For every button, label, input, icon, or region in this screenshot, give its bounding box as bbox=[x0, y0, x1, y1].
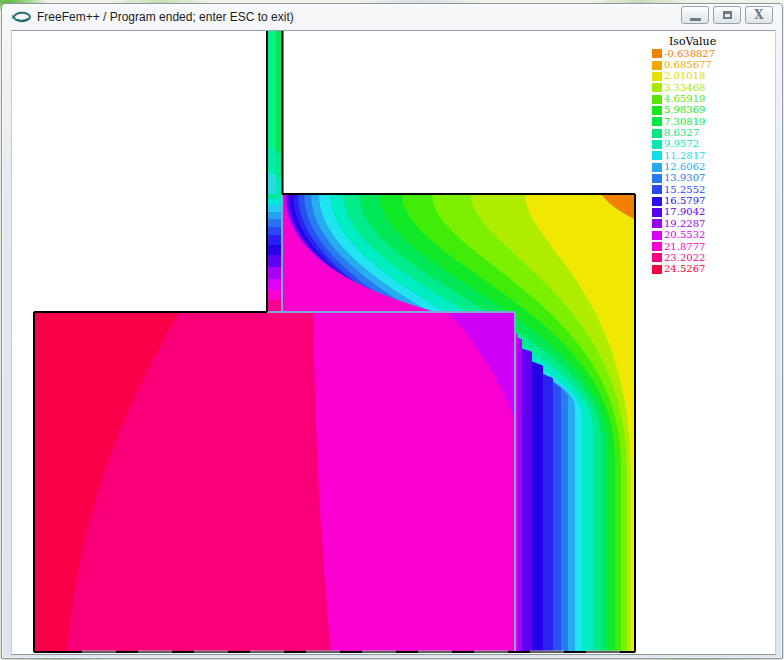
legend-entry: 20.5532 bbox=[652, 230, 770, 241]
window-title: FreeFem++ / Program ended; enter ESC to … bbox=[37, 10, 294, 24]
channel-left bbox=[267, 31, 276, 194]
desktop: { "window": { "title": "FreeFem++ / Prog… bbox=[0, 0, 784, 660]
freefem-window: FreeFem++ / Program ended; enter ESC to … bbox=[1, 3, 783, 659]
close-button[interactable]: X bbox=[745, 6, 773, 24]
legend-value: 15.2552 bbox=[664, 185, 705, 195]
legend-swatch bbox=[652, 174, 662, 183]
legend-entry: 8.6327 bbox=[652, 127, 770, 138]
channel-lower bbox=[267, 194, 283, 312]
legend-value: 19.2287 bbox=[664, 219, 705, 229]
legend-value: 4.65919 bbox=[664, 94, 705, 104]
render-artifact bbox=[82, 650, 642, 653]
legend-swatch bbox=[652, 72, 662, 81]
isovalue-legend: IsoValue -0.6388270.6856772.010183.33468… bbox=[652, 36, 770, 275]
legend-entry: 16.5797 bbox=[652, 195, 770, 206]
legend-value: 23.2022 bbox=[664, 253, 705, 263]
legend-value: 16.5797 bbox=[664, 196, 705, 206]
legend-value: 13.9307 bbox=[664, 173, 705, 183]
legend-value: 5.98369 bbox=[664, 105, 705, 115]
legend-entry: 4.65919 bbox=[652, 93, 770, 104]
legend-entry: 12.6062 bbox=[652, 161, 770, 172]
legend-entry: 2.01018 bbox=[652, 71, 770, 82]
legend-entry: 3.33468 bbox=[652, 82, 770, 93]
legend-entry: 21.8777 bbox=[652, 241, 770, 252]
legend-entry: 17.9042 bbox=[652, 207, 770, 218]
legend-value: 17.9042 bbox=[664, 207, 705, 217]
legend-swatch bbox=[652, 197, 662, 206]
legend-value: 24.5267 bbox=[664, 264, 705, 274]
legend-swatch bbox=[652, 49, 662, 58]
legend-value: -0.638827 bbox=[664, 49, 715, 59]
legend-swatch bbox=[652, 185, 662, 194]
legend-value: 11.2817 bbox=[664, 151, 705, 161]
legend-value: 20.5532 bbox=[664, 230, 705, 240]
maximize-icon bbox=[723, 11, 732, 19]
window-controls: X bbox=[681, 6, 773, 24]
legend-swatch bbox=[652, 242, 662, 251]
legend-swatch bbox=[652, 151, 662, 160]
legend-entry: 13.9307 bbox=[652, 173, 770, 184]
legend-entry: 11.2817 bbox=[652, 150, 770, 161]
legend-swatch bbox=[652, 163, 662, 172]
legend-swatch bbox=[652, 253, 662, 262]
legend-entry: 23.2022 bbox=[652, 252, 770, 263]
legend-value: 7.30819 bbox=[664, 117, 705, 127]
legend-value: 12.6062 bbox=[664, 162, 705, 172]
legend-entry: 15.2552 bbox=[652, 184, 770, 195]
legend-value: 0.685677 bbox=[664, 60, 712, 70]
plot-client-area[interactable]: IsoValue -0.6388270.6856772.010183.33468… bbox=[11, 30, 776, 655]
legend-swatch bbox=[652, 140, 662, 149]
legend-entry: 19.2287 bbox=[652, 218, 770, 229]
legend-value: 9.9572 bbox=[664, 139, 699, 149]
legend-swatch bbox=[652, 61, 662, 70]
legend-swatch bbox=[652, 106, 662, 115]
minimize-icon bbox=[690, 18, 701, 21]
legend-swatch bbox=[652, 95, 662, 104]
freefem-fish-icon bbox=[11, 10, 31, 24]
legend-value: 21.8777 bbox=[664, 242, 705, 252]
legend-value: 8.6327 bbox=[664, 128, 699, 138]
minimize-button[interactable] bbox=[681, 6, 709, 24]
legend-swatch bbox=[652, 219, 662, 228]
legend-swatch bbox=[652, 129, 662, 138]
legend-entry: 24.5267 bbox=[652, 264, 770, 275]
close-icon: X bbox=[754, 9, 763, 21]
legend-entry: 5.98369 bbox=[652, 105, 770, 116]
legend-entry: 9.9572 bbox=[652, 139, 770, 150]
legend-entry: 0.685677 bbox=[652, 59, 770, 70]
title-bar[interactable]: FreeFem++ / Program ended; enter ESC to … bbox=[2, 4, 782, 29]
legend-title: IsoValue bbox=[669, 36, 770, 47]
legend-swatch bbox=[652, 83, 662, 92]
legend-swatch bbox=[652, 117, 662, 126]
legend-value: 3.33468 bbox=[664, 83, 705, 93]
legend-swatch bbox=[652, 208, 662, 217]
legend-swatch bbox=[652, 265, 662, 274]
legend-value: 2.01018 bbox=[664, 71, 705, 81]
legend-rows: -0.6388270.6856772.010183.334684.659195.… bbox=[652, 48, 770, 275]
legend-entry: 7.30819 bbox=[652, 116, 770, 127]
maximize-button[interactable] bbox=[713, 6, 741, 24]
legend-entry: -0.638827 bbox=[652, 48, 770, 59]
legend-swatch bbox=[652, 231, 662, 240]
